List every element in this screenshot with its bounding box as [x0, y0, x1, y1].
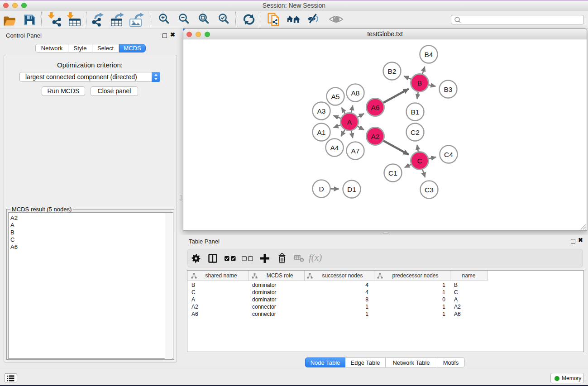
svg-text:A7: A7 [351, 147, 360, 155]
svg-text:C: C [417, 157, 422, 165]
svg-text:A2: A2 [371, 133, 380, 140]
svg-text:C3: C3 [425, 186, 434, 194]
svg-text:B3: B3 [444, 86, 453, 93]
svg-text:C4: C4 [444, 151, 453, 158]
svg-text:B4: B4 [425, 51, 433, 58]
svg-text:D: D [319, 185, 324, 193]
svg-text:A3: A3 [317, 107, 326, 115]
svg-text:B1: B1 [411, 108, 420, 116]
svg-text:A1: A1 [317, 129, 326, 136]
svg-text:A6: A6 [371, 104, 380, 111]
svg-text:B: B [417, 79, 422, 87]
svg-text:A4: A4 [330, 144, 339, 152]
svg-text:C2: C2 [411, 129, 420, 136]
svg-text:A: A [347, 118, 352, 126]
svg-text:A8: A8 [351, 89, 360, 97]
svg-text:f(x): f(x) [309, 253, 322, 263]
svg-text:D1: D1 [347, 186, 356, 193]
svg-text:B2: B2 [388, 67, 397, 75]
svg-text:C1: C1 [388, 169, 397, 177]
svg-text:A5: A5 [331, 93, 340, 100]
